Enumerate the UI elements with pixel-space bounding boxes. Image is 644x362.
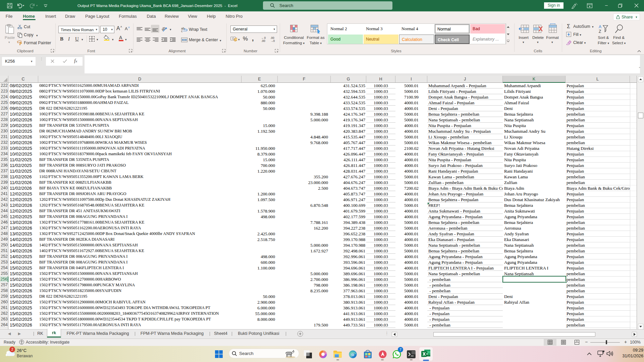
- svg-text:Z: Z: [599, 29, 601, 34]
- svg-text:c: c: [181, 29, 183, 32]
- svg-text:A: A: [599, 25, 601, 29]
- svg-text:.00: .00: [261, 39, 265, 42]
- svg-text:→0: →0: [270, 39, 275, 42]
